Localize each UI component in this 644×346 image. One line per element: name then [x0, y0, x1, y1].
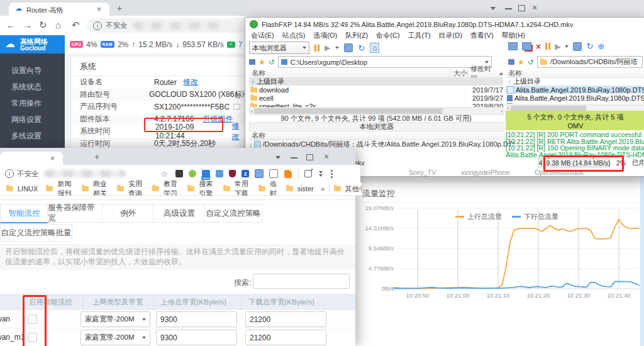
list-item[interactable]: ecell2019/9/27 [249, 94, 503, 102]
tab-smart-qos[interactable]: 智能流控 [0, 204, 48, 223]
extension-grid-icon[interactable] [255, 169, 264, 178]
menu-sites[interactable]: 站点(S) [282, 31, 306, 40]
extension-shield-icon[interactable] [229, 170, 236, 177]
tab-advanced[interactable]: 高级设置 [153, 204, 206, 223]
remote-path-input[interactable]: /Downloads/CHDBits/阿丽塔：战斗天使/Ali [537, 56, 643, 68]
menu-directory[interactable]: 目录(D) [439, 31, 462, 40]
maximize-icon[interactable] [306, 154, 313, 160]
upload-bandwidth-input[interactable]: 9300 [156, 330, 237, 345]
flashfxp-titlebar[interactable]: FlashFXP 14.84 MB/s 32:49 2% Alita.Battl… [245, 18, 644, 31]
menu-tools[interactable]: 工具(T) [408, 31, 431, 40]
list-item[interactable]: fanart.jpg [506, 102, 644, 104]
search-input[interactable] [253, 274, 350, 289]
menu-queue[interactable]: 队列(Z) [345, 31, 368, 40]
scroll-thumb[interactable] [254, 108, 443, 114]
back-icon[interactable]: ← [6, 20, 16, 30]
other-bookmarks[interactable]: 其他书签 [345, 184, 362, 194]
refresh-icon[interactable]: ↻ [358, 43, 365, 53]
sidebar-item-multiline-settings[interactable]: 多线设置 [0, 128, 65, 144]
favorites-icon[interactable]: ★ [258, 59, 265, 65]
local-list-header[interactable]: 名称 大小 修改时间 [249, 69, 503, 78]
site-tab[interactable]: Sony_TV [409, 169, 436, 176]
menu-help[interactable]: 帮助(H) [502, 31, 525, 40]
menu-commands[interactable]: 命令(C) [376, 31, 399, 40]
disconnect-icon[interactable]: × [536, 43, 541, 50]
address-bar[interactable]: i 不安全 [87, 18, 253, 33]
menu-session[interactable]: 会话(E) [251, 31, 274, 40]
home-toggle-icon[interactable]: ⌂ [370, 43, 379, 53]
tab-custom-policy-batch[interactable]: 自定义流控策略批量 [0, 224, 72, 242]
extension-dark-icon[interactable] [175, 170, 183, 177]
info-icon[interactable]: i [5, 169, 14, 178]
list-item[interactable]: Alita.Battle.Angel.2019.BluRay.1080p.DTS… [506, 94, 644, 102]
sidebar-item-system-status[interactable]: 系统状态 [0, 79, 65, 95]
reveal-icon[interactable] [233, 104, 240, 109]
menu-view[interactable]: 查看(V) [470, 31, 494, 40]
bookmark-item[interactable]: sister [297, 185, 314, 193]
tab-close-icon[interactable]: × [50, 154, 55, 163]
bookmark-star-icon[interactable]: ☆ [161, 169, 169, 179]
play-menu-icon[interactable] [565, 45, 569, 48]
bandwidth-type-select[interactable]: 家庭宽带-200M [80, 311, 150, 327]
browser-tab[interactable]: × [0, 152, 63, 165]
scroll-left-icon[interactable]: ‹ [250, 108, 254, 114]
play-icon[interactable]: ▶ [325, 43, 330, 52]
new-tab-icon[interactable]: + [94, 152, 99, 162]
tab-close-icon[interactable]: × [97, 5, 101, 14]
home-icon[interactable]: ⌂ [55, 20, 61, 30]
list-item-parent[interactable]: ↑上级目录 [506, 77, 644, 86]
forward-icon[interactable]: → [23, 20, 32, 30]
favorites-icon[interactable]: ★ [518, 59, 525, 65]
upload-bandwidth-input[interactable]: 9300 [156, 311, 237, 327]
col-size[interactable]: 大小 [450, 69, 468, 78]
chevron-down-icon[interactable] [275, 156, 280, 159]
menu-options[interactable]: 选项(O) [313, 31, 337, 40]
sidebar-item-setup-wizard[interactable]: 设置向导 [0, 62, 65, 79]
minimize-icon[interactable] [291, 157, 297, 159]
extension-new-icon[interactable]: New [202, 170, 210, 177]
site-tab[interactable]: OpenMediaVault [535, 169, 583, 176]
extension-z-icon[interactable]: z [242, 170, 249, 177]
pause-icon[interactable] [545, 43, 550, 50]
sidebar-item-network-settings[interactable]: 网络设置 [0, 111, 65, 128]
enable-qos-checkbox[interactable] [28, 333, 37, 342]
edit-link[interactable]: 修改 [183, 77, 198, 87]
close-icon[interactable]: × [532, 4, 537, 11]
transfer-icon[interactable] [573, 42, 582, 51]
chevron-down-icon[interactable] [491, 7, 496, 10]
local-browser-select[interactable]: 本地浏览器 [249, 42, 309, 54]
transfer-icon[interactable] [344, 43, 353, 52]
list-item[interactable]: download2019/7/17 [249, 86, 503, 94]
reload-icon[interactable]: ↻ [39, 20, 47, 31]
globe-icon[interactable]: ⊕ [597, 42, 604, 51]
tab-custom-policy[interactable]: 自定义流控策略 [204, 204, 262, 223]
sidebar-item-common-ops[interactable]: 常用操作 [0, 95, 65, 111]
minimize-icon[interactable] [505, 8, 512, 9]
network-icon[interactable] [249, 59, 255, 65]
browser-tab[interactable]: ☁ Router-高恪 × [9, 3, 109, 16]
tab-exceptions[interactable]: 例外 [102, 204, 154, 223]
remote-list-header[interactable]: 名称 [506, 69, 644, 78]
site-tab[interactable]: xiongyideiPhone [461, 169, 509, 176]
info-icon[interactable]: i [93, 21, 102, 30]
col-name[interactable]: 名称 [249, 69, 450, 78]
scroll-right-icon[interactable]: › [499, 108, 504, 114]
double-chevron-icon[interactable] [319, 171, 323, 177]
queue-header[interactable]: 名称 [249, 131, 517, 140]
play-icon[interactable]: ▶ [555, 42, 560, 51]
local-browser-tab[interactable]: 本地浏览器 [249, 122, 504, 131]
bookmarks-overflow-icon[interactable]: » [321, 185, 325, 193]
log-pane[interactable]: [10:21:22] [R] 200 PORT command successf… [506, 131, 644, 161]
list-item-parent[interactable]: ↑上级目录 [249, 77, 503, 86]
browser-menu-icon[interactable] [331, 173, 333, 175]
list-item-selected[interactable]: Alita.Battle.Angel.2019.BluRay.1080p.DTS… [506, 86, 644, 94]
share-icon[interactable]: ↗ [304, 170, 312, 177]
maximize-icon[interactable] [518, 5, 525, 11]
extension-calendar-icon[interactable] [269, 169, 278, 178]
network-icon[interactable] [508, 59, 514, 65]
download-bandwidth-input[interactable]: 21200 [245, 311, 326, 327]
undo-icon[interactable]: ↶ [72, 20, 80, 31]
download-bandwidth-input[interactable]: 21200 [245, 330, 326, 345]
close-icon[interactable]: × [324, 153, 329, 160]
local-path-input[interactable]: C:\Users\xgump\Desktop [278, 56, 492, 68]
